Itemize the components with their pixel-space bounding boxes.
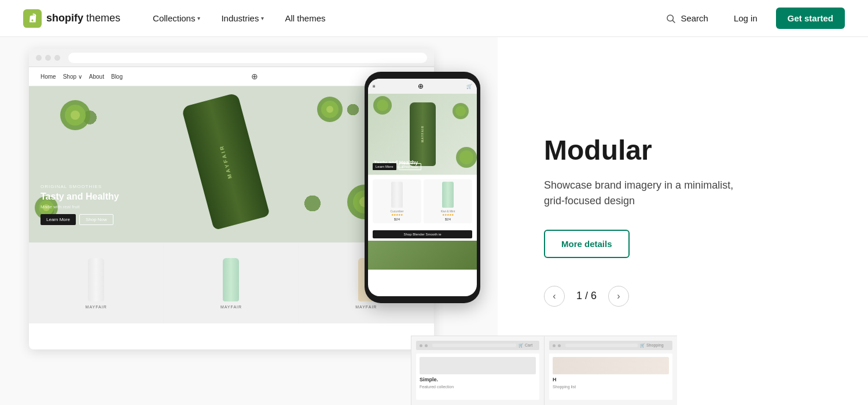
- browser-dot-red: [36, 55, 42, 61]
- bottle-label: MAYFAIR: [218, 143, 233, 179]
- mayfair-nav-blog: Blog: [111, 73, 123, 80]
- preview-url-2: [565, 344, 638, 347]
- industries-nav-item[interactable]: Industries ▾: [212, 9, 273, 28]
- preview-dot-2: [425, 344, 428, 347]
- preview-dot-1: [420, 344, 422, 347]
- preview-bar-2: 🛒 Shopping: [549, 341, 672, 350]
- phone-bottle-label: MAYFAIR: [421, 126, 424, 142]
- mayfair-tagline: ORIGINAL SMOOTHIES: [41, 184, 119, 189]
- mayfair-subtext: Made with real fruit: [41, 204, 119, 209]
- phone-cart-icon: 🛒: [466, 84, 472, 89]
- phone-header: ≡ ⊕ 🛒: [368, 79, 477, 94]
- preview-dot-3: [553, 344, 556, 347]
- nav-right: Search Log in Get started: [659, 8, 845, 29]
- svg-point-18: [455, 106, 466, 116]
- preview-thumb-h[interactable]: 🛒 Shopping H Shopping list: [544, 336, 677, 405]
- svg-line-2: [673, 20, 675, 23]
- chevron-left-icon: ‹: [553, 291, 556, 301]
- chevron-right-icon: ›: [617, 291, 620, 301]
- phone-hamburger-icon: ≡: [373, 84, 376, 89]
- mayfair-cta-buttons: Learn More Shop Now: [41, 214, 119, 225]
- phone-product-price-2: $24: [426, 218, 470, 221]
- all-themes-nav-item[interactable]: All themes: [275, 9, 334, 28]
- search-button[interactable]: Search: [659, 9, 715, 28]
- pagination-counter: 1 / 6: [576, 290, 597, 302]
- browser-bar: [29, 49, 434, 67]
- get-started-button[interactable]: Get started: [776, 8, 845, 29]
- preview-subtitle-h: Shopping list: [553, 385, 669, 389]
- browser-url-bar: [68, 53, 427, 63]
- preview-hero-strip-2: [553, 357, 669, 374]
- phone-product-img-2: [442, 182, 454, 208]
- mayfair-learn-more-btn[interactable]: Learn More: [41, 214, 76, 225]
- mayfair-nav-home: Home: [41, 73, 56, 80]
- product-label-1: MAYFAIR: [86, 305, 107, 309]
- shopify-bag-icon: [23, 9, 42, 28]
- phone-shop-btn-btn[interactable]: Shop Now: [399, 163, 422, 170]
- industries-chevron-icon: ▾: [261, 15, 264, 21]
- phone-cta-buttons: Learn More Shop Now: [373, 163, 421, 170]
- preview-title-h: H: [553, 377, 669, 382]
- preview-dot-4: [558, 344, 561, 347]
- mayfair-hero-text: ORIGINAL SMOOTHIES Tasty and Healthy Mad…: [41, 184, 119, 225]
- logo-link[interactable]: shopify themes: [23, 9, 120, 28]
- mayfair-headline: Tasty and Healthy: [41, 192, 119, 202]
- bottom-preview-thumbnails: 🛒 Cart Simple. Featured collection 🛒 Sho…: [411, 336, 677, 405]
- svg-point-15: [373, 96, 392, 115]
- nav-links: Collections ▾ Industries ▾ All themes: [144, 9, 659, 28]
- preview-shopping-area: 🛒 Shopping: [640, 343, 669, 348]
- preview-bar-1: 🛒 Cart: [416, 341, 539, 350]
- preview-inner-2: 🛒 Shopping H Shopping list: [545, 336, 677, 405]
- phone-product-1: Cucumber ★★★★★ $24: [373, 179, 421, 223]
- phone-product-stars-1: ★★★★★: [375, 213, 419, 216]
- browser-dot-green: [54, 55, 60, 61]
- mayfair-logo-icon: ⊕: [251, 72, 258, 81]
- phone-product-2: Kiwi & Mint ★★★★★ $24: [424, 179, 472, 223]
- logo-text: shopify themes: [46, 12, 120, 24]
- product-label-3: MAYFAIR: [355, 305, 377, 309]
- product-bottle-white: [88, 258, 104, 301]
- phone-learn-btn[interactable]: Learn More: [373, 163, 396, 170]
- phone-shop-collection-btn[interactable]: Shop Blender Smooth ie: [373, 230, 472, 238]
- more-details-button[interactable]: More details: [544, 230, 630, 258]
- mayfair-shop-now-btn[interactable]: Shop Now: [79, 214, 113, 225]
- preview-subtitle-simple: Featured collection: [420, 385, 536, 389]
- phone-bottle: MAYFAIR: [410, 102, 436, 166]
- product-thumb-2: MAYFAIR: [164, 243, 299, 323]
- preview-title-simple: Simple.: [420, 377, 536, 382]
- collections-nav-item[interactable]: Collections ▾: [144, 9, 209, 28]
- svg-point-19: [456, 147, 477, 168]
- product-label-2: MAYFAIR: [220, 305, 242, 309]
- phone-frame: ≡ ⊕ 🛒 MAYFAIR: [365, 72, 480, 303]
- pagination-prev-button[interactable]: ‹: [544, 286, 565, 307]
- preview-content-2: H Shopping list: [549, 354, 672, 400]
- preview-hero-strip-1: [420, 357, 536, 374]
- preview-inner-1: 🛒 Cart Simple. Featured collection: [411, 336, 544, 405]
- svg-point-16: [377, 100, 388, 111]
- theme-description: Showcase brand imagery in a minimalist, …: [544, 178, 741, 209]
- pagination-next-button[interactable]: ›: [608, 286, 629, 307]
- preview-content-1: Simple. Featured collection: [416, 354, 539, 400]
- collections-chevron-icon: ▾: [197, 15, 200, 21]
- mayfair-nav-shop: Shop ∨: [63, 73, 82, 80]
- product-bottle-mint: [223, 258, 239, 301]
- svg-point-17: [453, 103, 469, 119]
- phone-logo-icon: ⊕: [418, 82, 424, 90]
- phone-screen: ≡ ⊕ 🛒 MAYFAIR: [368, 79, 477, 296]
- login-button[interactable]: Log in: [727, 9, 764, 28]
- mayfair-nav-links: Home Shop ∨ About Blog: [41, 73, 123, 80]
- search-icon: [665, 13, 676, 24]
- preview-thumb-simple[interactable]: 🛒 Cart Simple. Featured collection: [411, 336, 544, 405]
- pagination: ‹ 1 / 6 ›: [544, 286, 822, 307]
- product-thumb-1: MAYFAIR: [29, 243, 164, 323]
- phone-product-img-1: [391, 182, 403, 208]
- svg-point-20: [459, 150, 473, 164]
- preview-cart-area: 🛒 Cart: [518, 343, 536, 348]
- phone-hero: MAYFAIR Tasty and Healthy Made with real…: [368, 94, 477, 175]
- preview-url-1: [432, 344, 516, 347]
- browser-dot-yellow: [45, 55, 51, 61]
- theme-name: Modular: [544, 135, 822, 166]
- mayfair-nav-about: About: [89, 73, 104, 80]
- phone-products: Cucumber ★★★★★ $24 Kiwi & Mint ★★★★★ $24: [368, 175, 477, 228]
- phone-footer-image: [368, 241, 477, 270]
